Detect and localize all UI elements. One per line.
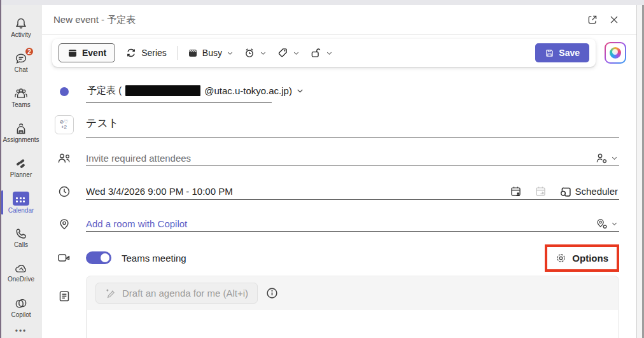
sidebar-item-label: Chat <box>14 66 27 73</box>
calendar-availability-button[interactable] <box>508 184 523 199</box>
reminder-dropdown[interactable] <box>244 47 267 59</box>
category-tag-dropdown[interactable] <box>277 47 300 59</box>
alarm-icon <box>244 47 255 59</box>
chevron-down-icon <box>326 50 333 57</box>
draft-agenda-button[interactable]: Draft an agenda for me (Alt+i) <box>95 283 258 304</box>
right-scrollbar-gutter[interactable] <box>636 5 644 338</box>
calendar-name-suffix: @utac.u-tokyo.ac.jp) <box>204 85 292 96</box>
agenda-row: Draft an agenda for me (Alt+i) <box>42 276 636 338</box>
chevron-down-icon <box>260 50 267 57</box>
teams-people-icon <box>14 87 28 100</box>
sidebar-item-label: OneDrive <box>8 276 34 283</box>
teams-meeting-toggle[interactable] <box>86 251 111 264</box>
calendar-person-icon <box>510 185 522 197</box>
editor-toolbar: Draft an agenda for me (Alt+i) <box>86 276 619 310</box>
sidebar-item-label: Calendar <box>8 207 34 214</box>
calendar-chart-button-disabled <box>533 184 548 199</box>
dialog-header: New event - 予定表 <box>42 5 636 35</box>
description-editor[interactable]: Draft an agenda for me (Alt+i) <box>86 276 619 338</box>
save-button[interactable]: Save <box>535 43 589 62</box>
sidebar-item-label: Teams <box>11 101 30 108</box>
chevron-down-icon <box>611 220 618 227</box>
calendar-name-prefix: 予定表 ( <box>87 85 122 97</box>
scheduler-calendar-search-icon <box>559 185 572 198</box>
sidebar-item-label: Assignments <box>3 136 39 143</box>
datetime-row: Wed 3/4/2026 9:00 PM - 10:00 PM <box>42 175 636 208</box>
event-icon <box>67 48 78 58</box>
repeat-icon <box>125 47 137 59</box>
app-layout: Activity 2 Chat Teams Assignments <box>0 5 644 338</box>
backpack-icon <box>15 122 27 135</box>
redaction-box <box>125 85 200 96</box>
save-label: Save <box>559 48 580 58</box>
description-text-area[interactable] <box>86 310 619 338</box>
calendar-select-row: 予定表 ( @utac.u-tokyo.ac.jp) <box>42 76 636 108</box>
sidebar-overflow-dots[interactable]: ••• <box>15 327 27 335</box>
selected-indicator <box>1 190 3 215</box>
gear-icon <box>556 253 566 264</box>
chevron-down-icon <box>296 87 304 95</box>
event-title-input[interactable] <box>86 112 619 137</box>
chevron-down-icon <box>227 50 234 57</box>
draft-agenda-label: Draft an agenda for me (Alt+i) <box>122 288 248 299</box>
room-row: Add a room with Copilot <box>42 208 636 240</box>
copilot-icon <box>15 297 27 310</box>
save-icon <box>545 48 554 58</box>
calendar-color-dot <box>60 87 69 96</box>
person-gear-icon <box>596 153 608 164</box>
chat-unread-badge: 2 <box>24 46 34 57</box>
chevron-down-icon <box>611 155 618 162</box>
datetime-value[interactable]: Wed 3/4/2026 9:00 PM - 10:00 PM <box>86 186 233 197</box>
location-pin-icon <box>58 218 71 230</box>
open-in-new-window-button[interactable] <box>582 9 603 31</box>
planner-icon <box>15 157 27 170</box>
close-dialog-button[interactable] <box>603 9 625 31</box>
sidebar-item-chat[interactable]: 2 Chat <box>0 45 42 80</box>
privacy-lock-dropdown[interactable] <box>310 47 333 59</box>
add-emoji-sticker-button[interactable]: ⊘♡ +2 <box>55 115 74 134</box>
sidebar-item-copilot[interactable]: Copilot <box>0 290 42 325</box>
sidebar-item-onedrive[interactable]: OneDrive <box>0 255 42 290</box>
add-room-copilot-link[interactable]: Add a room with Copilot <box>86 218 187 229</box>
event-toolbar: Event Series Busy <box>42 35 636 69</box>
sidebar-item-label: Activity <box>11 31 31 38</box>
sidebar-item-assignments[interactable]: Assignments <box>0 115 42 150</box>
busy-label: Busy <box>202 48 222 58</box>
open-in-new-window-icon <box>587 14 598 25</box>
sidebar-item-activity[interactable]: Activity <box>0 10 42 45</box>
attendee-options-dropdown[interactable] <box>594 151 619 165</box>
video-camera-icon <box>57 252 71 264</box>
bell-icon <box>15 17 27 30</box>
new-event-dialog: New event - 予定表 Event <box>42 5 636 338</box>
teams-meeting-label: Teams meeting <box>122 253 186 264</box>
event-tab-button[interactable]: Event <box>59 43 115 62</box>
sidebar-item-calls[interactable]: Calls <box>0 220 42 255</box>
dialog-title: New event - 予定表 <box>53 14 136 26</box>
clock-icon <box>58 185 71 198</box>
cloud-icon <box>14 263 28 274</box>
sidebar-item-label: Planner <box>10 171 32 178</box>
copilot-logo-icon <box>610 47 621 59</box>
calendar-select-field[interactable]: 予定表 ( @utac.u-tokyo.ac.jp) <box>86 81 272 103</box>
info-icon[interactable] <box>266 287 278 299</box>
attendees-row <box>42 142 636 175</box>
location-options-dropdown[interactable] <box>594 217 619 231</box>
scheduler-button[interactable]: Scheduler <box>558 184 619 199</box>
sidebar-item-calendar[interactable]: Calendar <box>0 185 42 220</box>
show-as-busy-dropdown[interactable]: Busy <box>188 48 234 58</box>
series-tab-button[interactable]: Series <box>125 47 167 59</box>
copilot-button[interactable] <box>605 42 626 64</box>
toolbar-card: Event Series Busy <box>52 39 596 67</box>
window-left-edge <box>0 0 1 338</box>
options-label: Options <box>572 253 608 264</box>
calendar-icon <box>13 192 29 206</box>
title-row: ⊘♡ +2 <box>42 108 636 142</box>
toggle-knob <box>101 253 109 262</box>
options-highlight-box[interactable]: Options <box>545 244 619 272</box>
attendees-input[interactable] <box>86 153 588 164</box>
tag-icon <box>277 47 288 59</box>
sidebar-item-label: Calls <box>14 241 28 248</box>
busy-status-icon <box>188 48 198 58</box>
sidebar-item-planner[interactable]: Planner <box>0 150 42 185</box>
sidebar-item-teams[interactable]: Teams <box>0 80 42 115</box>
